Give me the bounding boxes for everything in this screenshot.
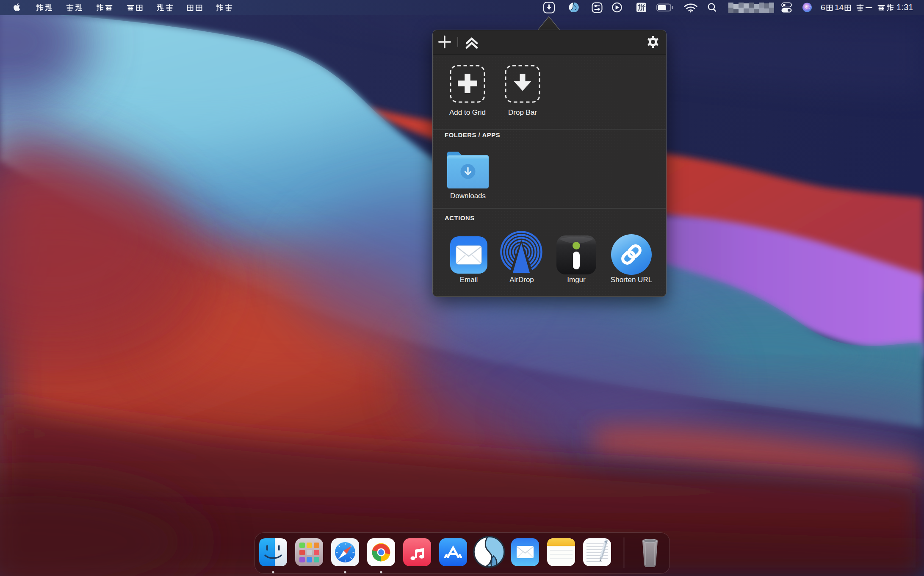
svg-text:14: 14	[835, 3, 844, 12]
svg-text:AirDrop: AirDrop	[509, 276, 534, 284]
svg-text:Add to Grid: Add to Grid	[449, 108, 486, 116]
svg-text:Email: Email	[460, 276, 478, 284]
svg-text:FOLDERS / APPS: FOLDERS / APPS	[445, 132, 500, 138]
svg-text:ACTIONS: ACTIONS	[445, 215, 475, 222]
svg-text:Imgur: Imgur	[567, 276, 586, 284]
svg-text:6: 6	[821, 3, 825, 12]
svg-text:Drop Bar: Drop Bar	[508, 108, 537, 116]
svg-text:Shorten URL: Shorten URL	[611, 276, 652, 284]
svg-text:Downloads: Downloads	[450, 192, 486, 200]
svg-text:1:31: 1:31	[896, 3, 913, 12]
